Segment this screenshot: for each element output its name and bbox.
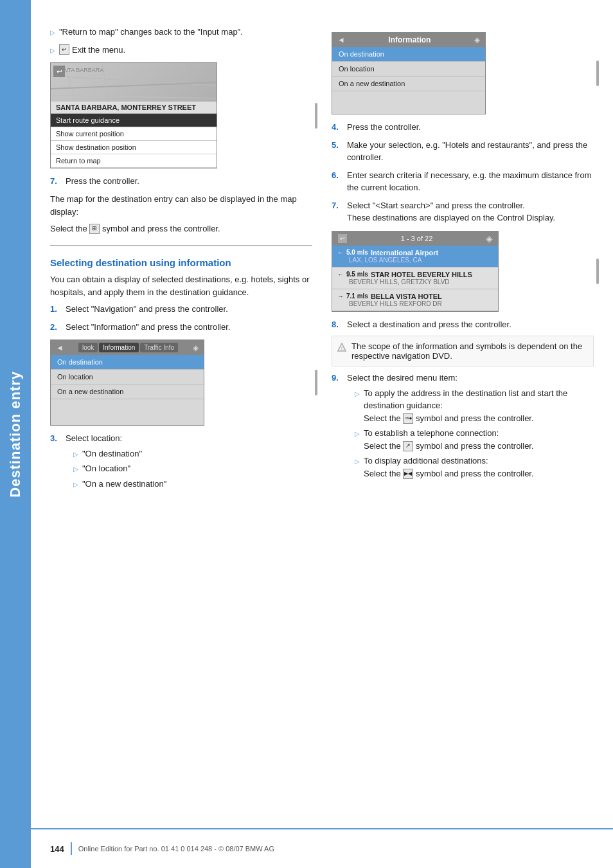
step-2: 2. Select "Information" and press the co… — [50, 321, 312, 334]
nav-menu-start-route[interactable]: Start route guidance — [51, 114, 217, 127]
main-content: ▷ "Return to map" changes back to the "I… — [31, 0, 613, 511]
step-6: 6. Enter search criteria if necessary, e… — [332, 169, 594, 194]
info-note-box: ▷ The scope of the information and symbo… — [332, 336, 594, 366]
nav-menu-return[interactable]: Return to map — [51, 154, 217, 168]
footer-divider — [71, 842, 72, 855]
step-7-right-text: Select "<Start search>" and press the co… — [347, 201, 525, 210]
sub-b-intro: To establish a telephone connection: — [364, 428, 499, 438]
sub-c-arrow: ▷ — [355, 457, 360, 466]
step-9-num: 9. — [332, 372, 342, 482]
step-7-right-num: 7. — [332, 199, 342, 224]
info2-right-icon[interactable]: ◈ — [474, 35, 480, 44]
screen-side-mark — [315, 103, 317, 129]
nav-menu-show-dest-label: Show destination position — [56, 143, 136, 151]
results-header: ↩ 1 - 3 of 22 ◈ — [332, 231, 498, 246]
step-4: 4. Press the controller. — [332, 121, 594, 134]
results-screen: ↩ 1 - 3 of 22 ◈ ← 5.0 mls International … — [332, 231, 499, 312]
sub-c-text: To display additional destinations: Sele… — [364, 455, 534, 480]
nav-street-text: SANTA BARBARA, MONTERREY STREET — [56, 104, 196, 111]
bullet-return-to-map: ▷ "Return to map" changes back to the "I… — [50, 26, 312, 39]
result-item-1[interactable]: ← 5.0 mls International Airport LAX, LOS… — [332, 246, 498, 267]
sub-a-arrow: ▷ — [355, 389, 360, 399]
result-1-dist: 5.0 mls — [346, 249, 368, 256]
bullet-exit-menu: ▷ ↩ Exit the menu. — [50, 44, 312, 57]
bullet-arrow-icon: ▷ — [50, 28, 55, 37]
step-2-num: 2. — [50, 321, 60, 334]
sub-arrow-1: ▷ — [73, 449, 78, 459]
info-screen-header: ◄ look Information Traffic Info ◈ — [51, 340, 204, 355]
sub-b-text: To establish a telephone connection: Sel… — [364, 427, 534, 452]
info2-on-new-dest[interactable]: On a new destination — [332, 77, 485, 91]
info-menu-on-new-dest-label: On a new destination — [57, 388, 123, 395]
sub-arrow-3: ▷ — [73, 480, 78, 489]
exit-icon: ↩ Exit the menu. — [59, 44, 125, 57]
step-9-content: Select the desired menu item: ▷ To apply… — [347, 372, 594, 482]
results-back-icon[interactable]: ↩ — [337, 233, 348, 244]
sub-a: ▷ To apply the address in the destinatio… — [355, 387, 594, 425]
info-menu-on-new-dest[interactable]: On a new destination — [51, 384, 204, 399]
section-para: You can obtain a display of selected des… — [50, 273, 312, 299]
left-nav-icon[interactable]: ◄ — [56, 343, 64, 352]
tab-look[interactable]: look — [78, 343, 98, 352]
screen-side-mark-4 — [596, 258, 599, 284]
sub-b: ▷ To establish a telephone connection: S… — [355, 427, 594, 452]
info2-left-icon[interactable]: ◄ — [337, 35, 345, 44]
info2-empty-area — [332, 91, 485, 114]
nav-screen-container: SANTA BARBARA ↩ SANTA BARBARA, MONTERREY… — [50, 62, 312, 168]
result-item-3[interactable]: → 7.1 mls BELLA VISTA HOTEL BEVERLY HILL… — [332, 289, 498, 311]
nav-menu-show-dest[interactable]: Show destination position — [51, 141, 217, 154]
result-2-sub: BEVERLY HILLS, GRETZKY BLVD — [349, 278, 493, 285]
map-back-icon[interactable]: ↩ — [53, 66, 65, 77]
step-9: 9. Select the desired menu item: ▷ To ap… — [332, 372, 594, 482]
tab-information[interactable]: Information — [99, 343, 139, 352]
result-1-name: International Airport — [371, 249, 438, 257]
triangle-svg: ▷ — [337, 343, 346, 352]
step-8-content: Select a destination and press the contr… — [347, 318, 594, 331]
result-arrow-2: ← — [337, 271, 344, 278]
sub-on-destination: ▷ "On destination" — [73, 448, 312, 460]
map-display-para2: Select the ⊞ symbol and press the contro… — [50, 222, 312, 235]
map-svg: SANTA BARBARA — [51, 63, 217, 102]
step-7-left: 7. Press the controller. — [50, 175, 312, 188]
result-item-2[interactable]: ← 9.5 mls STAR HOTEL BEVERLY HILLS BEVER… — [332, 267, 498, 289]
step-6-num: 6. — [332, 169, 342, 194]
sub-b-arrow: ▷ — [355, 429, 360, 439]
svg-line-4 — [51, 95, 217, 98]
step-5-text: Make your selection, e.g. "Hotels and re… — [347, 140, 587, 163]
info2-on-destination[interactable]: On destination — [332, 47, 485, 62]
info2-on-location[interactable]: On location — [332, 62, 485, 77]
sub-on-new-dest-text: "On a new destination" — [82, 478, 166, 491]
info-tabs: look Information Traffic Info — [78, 343, 178, 352]
screen-side-mark-2 — [315, 370, 317, 395]
step-8: 8. Select a destination and press the co… — [332, 318, 594, 331]
result-arrow-3: → — [337, 293, 344, 300]
step-7-left-num: 7. — [50, 175, 60, 188]
dest-icon: ⇒● — [403, 413, 413, 424]
bullet-exit-text: Exit the menu. — [72, 44, 125, 57]
right-nav-icon[interactable]: ◈ — [193, 343, 199, 352]
info-menu-on-destination[interactable]: On destination — [51, 355, 204, 370]
step-2-content: Select "Information" and press the contr… — [66, 321, 312, 334]
step-8-text: Select a destination and press the contr… — [347, 320, 511, 329]
step-7-right-content: Select "<Start search>" and press the co… — [347, 199, 594, 224]
info-menu-on-location[interactable]: On location — [51, 370, 204, 384]
results-count: 1 - 3 of 22 — [401, 235, 433, 242]
step-8-num: 8. — [332, 318, 342, 331]
nav-menu-show-current-label: Show current position — [56, 130, 124, 138]
sub-on-destination-text: "On destination" — [82, 448, 142, 460]
step-5-num: 5. — [332, 139, 342, 164]
result-2-dist: 9.5 mls — [346, 271, 368, 278]
nav-menu-return-label: Return to map — [56, 157, 101, 165]
sub-on-new-dest: ▷ "On a new destination" — [73, 478, 312, 491]
page-number: 144 — [50, 844, 64, 854]
sub-on-location-text: "On location" — [82, 462, 130, 475]
step-3-num: 3. — [50, 432, 60, 493]
nav-menu-show-current[interactable]: Show current position — [51, 127, 217, 141]
step-7-right: 7. Select "<Start search>" and press the… — [332, 199, 594, 224]
info2-title: Information — [388, 35, 431, 44]
svg-line-0 — [51, 76, 217, 86]
step-5: 5. Make your selection, e.g. "Hotels and… — [332, 139, 594, 164]
step-9-text: Select the desired menu item: — [347, 373, 458, 383]
step-1-content: Select "Navigation" and press the contro… — [66, 303, 312, 316]
tab-traffic[interactable]: Traffic Info — [140, 343, 178, 352]
